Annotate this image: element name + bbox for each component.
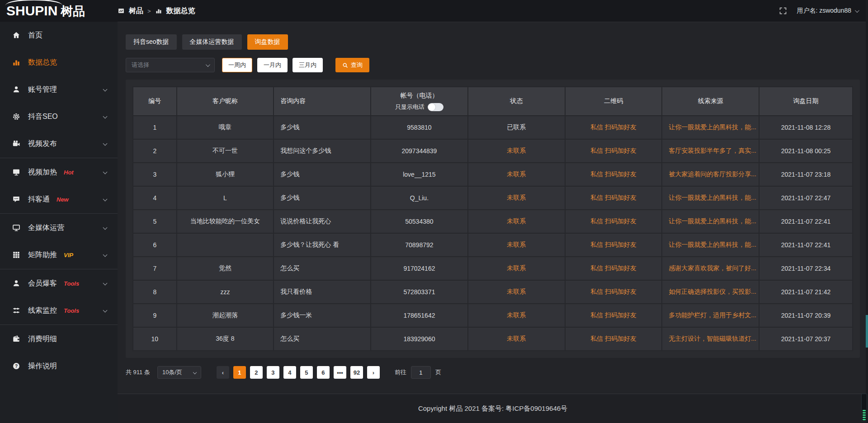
sidebar-item-omnimedia[interactable]: 全媒体运营 bbox=[0, 214, 118, 241]
page-button[interactable]: 4 bbox=[283, 366, 296, 379]
cell-lead-source-link[interactable]: 让你一眼就爱上的黑科技，能... bbox=[662, 234, 759, 256]
scrollbar-thumb[interactable] bbox=[866, 315, 868, 348]
cell-lead-source-link[interactable]: 让你一眼就爱上的黑科技，能... bbox=[662, 210, 759, 233]
cell-qrcode-link[interactable]: 私信 扫码加好友 bbox=[566, 257, 662, 280]
date-range-group: 一周内 一月内 三月内 bbox=[222, 58, 323, 72]
cell-qrcode-link[interactable]: 私信 扫码加好友 bbox=[566, 210, 662, 233]
sidebar-divider bbox=[0, 158, 118, 158]
range-one-week-button[interactable]: 一周内 bbox=[222, 58, 252, 72]
fullscreen-icon[interactable] bbox=[779, 7, 787, 14]
breadcrumb: 树品 > 数据总览 bbox=[118, 6, 195, 16]
cell-lead-source-link[interactable]: 让你一眼就爱上的黑科技，能... bbox=[662, 116, 759, 139]
page-button[interactable]: 6 bbox=[317, 366, 330, 379]
next-page-button[interactable]: › bbox=[367, 366, 380, 379]
sidebar-item-home[interactable]: 首页 bbox=[0, 22, 118, 49]
phone-only-toggle[interactable] bbox=[428, 103, 443, 111]
cell-status: 未联系 bbox=[468, 187, 565, 209]
sidebar-item-account-management[interactable]: 账号管理 bbox=[0, 76, 118, 103]
sidebar-item-matrix-boost[interactable]: 矩阵助推 VIP bbox=[0, 241, 118, 268]
tab-inquiry-data[interactable]: 询盘数据 bbox=[247, 34, 288, 50]
cell-qrcode-link[interactable]: 私信 扫码加好友 bbox=[566, 187, 662, 209]
cell-nickname: 哦章 bbox=[177, 116, 274, 139]
main-content: 抖音seo数据 全媒体运营数据 询盘数据 请选择 一周内 一月内 三月内 查询 … bbox=[118, 22, 868, 423]
cell-qrcode-link[interactable]: 私信 扫码加好友 bbox=[566, 140, 662, 162]
filter-select-placeholder: 请选择 bbox=[132, 61, 149, 69]
total-count-label: 共 911 条 bbox=[126, 368, 150, 376]
cell-qrcode-link[interactable]: 私信 扫码加好友 bbox=[566, 234, 662, 256]
grid-icon bbox=[12, 251, 20, 259]
cell-qrcode-link[interactable]: 私信 扫码加好友 bbox=[566, 116, 662, 139]
cell-lead-source-link[interactable]: 客厅安装投影半年多了，真实... bbox=[662, 140, 759, 162]
table-row: 6 多少钱？让我死心 看 70898792 未联系 私信 扫码加好友 让你一眼就… bbox=[133, 234, 852, 256]
cell-inquiry-content: 多少钱？让我死心 看 bbox=[274, 234, 370, 256]
monitor-icon bbox=[12, 224, 20, 232]
page-ellipsis-button[interactable]: ••• bbox=[334, 366, 346, 379]
cell-qrcode-link[interactable]: 私信 扫码加好友 bbox=[566, 328, 662, 350]
tab-douyin-seo-data[interactable]: 抖音seo数据 bbox=[126, 34, 177, 50]
page-button[interactable]: 92 bbox=[350, 366, 363, 379]
cell-number: 2 bbox=[133, 140, 176, 162]
breadcrumb-app[interactable]: 树品 bbox=[129, 6, 143, 16]
top-bar: SHUPIN 树品 树品 > 数据总览 用户名: zswodun88 bbox=[0, 0, 868, 22]
cell-account: 70898792 bbox=[371, 234, 467, 256]
sidebar-item-data-overview[interactable]: 数据总览 bbox=[0, 49, 118, 76]
cell-nickname: 不可一世 bbox=[177, 140, 274, 162]
cell-inquiry-content: 多少钱 bbox=[274, 163, 370, 186]
cell-qrcode-link[interactable]: 私信 扫码加好友 bbox=[566, 304, 662, 327]
page-button[interactable]: 1 bbox=[233, 366, 246, 379]
chevron-down-icon bbox=[103, 87, 108, 92]
cell-inquiry-content: 怎么买 bbox=[274, 257, 370, 280]
table-row: 7 觉然 怎么买 917024162 未联系 私信 扫码加好友 感谢大家喜欢我家… bbox=[133, 257, 852, 280]
range-one-month-button[interactable]: 一月内 bbox=[257, 58, 288, 72]
cell-inquiry-date: 2021-11-07 22:41 bbox=[760, 210, 852, 233]
username-label: 用户名: zswodun88 bbox=[797, 7, 851, 15]
cell-nickname: 36度 8 bbox=[177, 328, 274, 350]
query-button[interactable]: 查询 bbox=[335, 58, 369, 72]
logo-cjk: 树品 bbox=[61, 5, 85, 18]
cell-qrcode-link[interactable]: 私信 扫码加好友 bbox=[566, 163, 662, 186]
cell-account: 2097344839 bbox=[371, 140, 467, 162]
cell-lead-source-link[interactable]: 多功能护栏灯，适用于乡村文... bbox=[662, 304, 759, 327]
chevron-down-icon bbox=[855, 8, 859, 13]
user-menu[interactable]: 用户名: zswodun88 bbox=[797, 7, 858, 15]
cell-lead-source-link[interactable]: 如何正确选择投影仪，买投影... bbox=[662, 281, 759, 303]
tab-omnimedia-data[interactable]: 全媒体运营数据 bbox=[182, 34, 242, 50]
page-size-select[interactable]: 10条/页 bbox=[157, 366, 201, 379]
goto-page-input[interactable] bbox=[411, 366, 431, 379]
help-icon: ? bbox=[12, 362, 20, 370]
chevron-down-icon bbox=[103, 308, 108, 313]
wallet-icon bbox=[12, 335, 20, 343]
app-logo[interactable]: SHUPIN 树品 bbox=[0, 4, 118, 18]
sidebar-item-member-baoke[interactable]: 会员爆客 Tools bbox=[0, 270, 118, 297]
cell-qrcode-link[interactable]: 私信 扫码加好友 bbox=[566, 281, 662, 303]
sidebar-item-help[interactable]: ? 操作说明 bbox=[0, 352, 118, 380]
cell-inquiry-content: 多少钱 bbox=[274, 116, 370, 139]
sidebar-item-spending-detail[interactable]: 消费明细 bbox=[0, 325, 118, 352]
cell-inquiry-date: 2021-11-07 22:47 bbox=[760, 187, 852, 209]
cell-lead-source-link[interactable]: 感谢大家喜欢我家，被问了好... bbox=[662, 257, 759, 280]
cell-lead-source-link[interactable]: 无主灯设计，智能磁吸轨道灯... bbox=[662, 328, 759, 350]
sidebar-item-video-heating[interactable]: 视频加热 Hot bbox=[0, 159, 118, 186]
cell-inquiry-content: 说说价格让我死心 bbox=[274, 210, 370, 233]
page-button[interactable]: 2 bbox=[250, 366, 263, 379]
filter-select[interactable]: 请选择 bbox=[126, 58, 215, 72]
prev-page-button[interactable]: ‹ bbox=[217, 366, 229, 379]
cell-lead-source-link[interactable]: 让你一眼就爱上的黑科技，能... bbox=[662, 187, 759, 209]
page-button[interactable]: 3 bbox=[267, 366, 279, 379]
cell-number: 10 bbox=[133, 328, 176, 350]
page-button[interactable]: 5 bbox=[300, 366, 313, 379]
col-account-phone: 帐号（电话） 只显示电话 bbox=[371, 87, 467, 115]
sidebar-item-video-publish[interactable]: 视频发布 bbox=[0, 130, 118, 157]
cell-lead-source-link[interactable]: 被大家追着问的客厅投影分享... bbox=[662, 163, 759, 186]
sidebar-item-lead-monitor[interactable]: 线索监控 Tools bbox=[0, 297, 118, 324]
range-three-months-button[interactable]: 三月内 bbox=[292, 58, 323, 72]
sidebar-divider bbox=[0, 269, 118, 269]
cell-nickname: 潮起潮落 bbox=[177, 304, 274, 327]
pagination: 共 911 条 10条/页 ‹ 123456•••92 › 前往 页 bbox=[126, 366, 868, 379]
cell-account: 572803371 bbox=[371, 281, 467, 303]
sliders-icon bbox=[12, 306, 20, 315]
sidebar-item-douyin-seo[interactable]: 抖音SEO bbox=[0, 103, 118, 130]
sidebar-item-douketong[interactable]: 抖客通 New bbox=[0, 186, 118, 213]
breadcrumb-page[interactable]: 数据总览 bbox=[166, 6, 195, 16]
cell-number: 1 bbox=[133, 116, 176, 139]
